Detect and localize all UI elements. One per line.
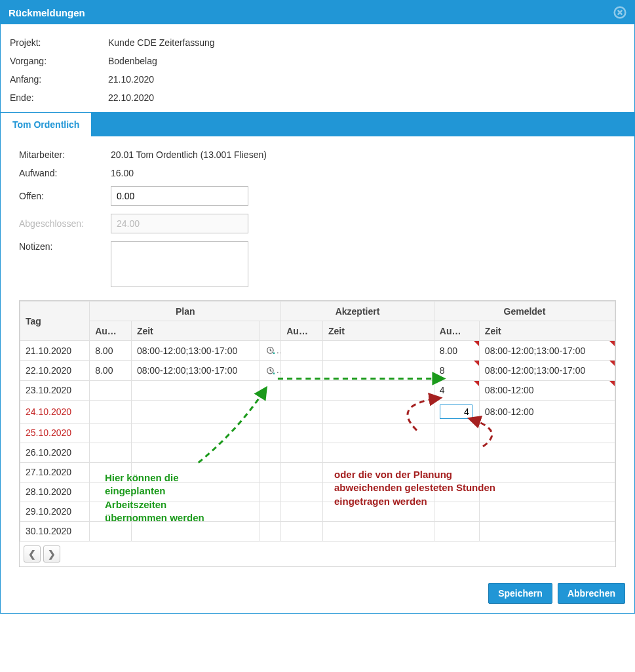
col-gemeldet: Gemeldet (434, 302, 615, 321)
cell-plan-auf (90, 521, 132, 541)
cell-akz-auf (281, 361, 323, 380)
cell-plan-action (260, 423, 281, 443)
cell-gem-auf[interactable] (434, 482, 479, 502)
cell-plan-action (260, 400, 281, 423)
cell-plan-auf (90, 380, 132, 400)
dialog-title: Rückmeldungen (9, 7, 85, 18)
cell-akz-zeit (322, 482, 434, 502)
cell-plan-zeit: 08:00-12:00;13:00-17:00 (131, 341, 260, 361)
cell-akz-zeit (322, 502, 434, 521)
cell-plan-action[interactable] (260, 361, 281, 380)
cell-plan-auf (90, 462, 132, 482)
cell-akz-auf (281, 423, 323, 443)
table-row[interactable]: 24.10.202008:00-12:00 (20, 400, 615, 423)
notizen-input[interactable] (111, 241, 248, 287)
pager-prev[interactable]: ❮ (24, 545, 41, 563)
cell-plan-auf (90, 400, 132, 423)
dialog-header: Rückmeldungen (1, 1, 634, 24)
cell-gem-auf[interactable]: 8.00 (434, 341, 479, 361)
vorgang-label: Vorgang: (10, 56, 108, 66)
cell-tag: 30.10.2020 (20, 521, 90, 541)
tab-employee[interactable]: Tom Ordentlich (1, 112, 91, 136)
cell-gem-zeit[interactable] (479, 521, 615, 541)
close-icon[interactable] (613, 6, 626, 19)
notizen-label: Notizen: (19, 241, 111, 252)
cell-gem-zeit[interactable] (479, 423, 615, 443)
offen-input[interactable] (111, 186, 248, 206)
cell-gem-zeit[interactable] (479, 462, 615, 482)
cell-plan-auf (90, 502, 132, 521)
vorgang-value: Bodenbelag (108, 56, 157, 66)
copy-plan-icon[interactable] (265, 346, 276, 356)
cell-gem-zeit[interactable]: 08:00-12:00;13:00-17:00 (479, 361, 615, 380)
cell-gem-zeit[interactable]: 08:00-12:00;13:00-17:00 (479, 341, 615, 361)
abgeschlossen-label: Abgeschlossen: (19, 218, 111, 229)
cell-plan-zeit (131, 521, 260, 541)
table-row[interactable]: 26.10.2020 (20, 443, 615, 462)
anfang-value: 21.10.2020 (108, 74, 154, 85)
table-row[interactable]: 25.10.2020 (20, 423, 615, 443)
time-grid: Tag Plan Akzeptiert Gemeldet Au… Zeit Au… (19, 300, 616, 567)
cell-tag: 22.10.2020 (20, 361, 90, 380)
projekt-label: Projekt: (10, 37, 108, 48)
cell-akz-auf (281, 380, 323, 400)
cell-tag: 21.10.2020 (20, 341, 90, 361)
table-row[interactable]: 29.10.2020 (20, 502, 615, 521)
cell-plan-auf (90, 443, 132, 462)
dialog-footer: Speichern Abbrechen (1, 576, 634, 613)
col-plan-auf: Au… (90, 321, 132, 341)
cell-akz-zeit (322, 380, 434, 400)
cell-gem-zeit[interactable]: 08:00-12:00 (479, 400, 615, 423)
cell-gem-zeit[interactable] (479, 443, 615, 462)
offen-label: Offen: (19, 191, 111, 201)
save-button[interactable]: Speichern (488, 583, 552, 604)
cancel-button[interactable]: Abbrechen (558, 583, 625, 604)
cell-gem-zeit[interactable] (479, 502, 615, 521)
cell-akz-auf (281, 443, 323, 462)
dialog-body: Projekt:Kunde CDE Zeiterfassung Vorgang:… (1, 24, 634, 576)
mitarbeiter-value: 20.01 Tom Ordentlich (13.001 Fliesen) (111, 149, 267, 160)
cell-gem-zeit[interactable] (479, 482, 615, 502)
cell-tag: 23.10.2020 (20, 380, 90, 400)
projekt-value: Kunde CDE Zeiterfassung (108, 37, 215, 48)
cell-gem-auf[interactable] (434, 521, 479, 541)
mitarbeiter-label: Mitarbeiter: (19, 149, 111, 160)
table-row[interactable]: 21.10.20208.0008:00-12:00;13:00-17:008.0… (20, 341, 615, 361)
cell-plan-auf (90, 423, 132, 443)
col-plan-action (260, 321, 281, 341)
cell-gem-auf[interactable] (434, 400, 479, 423)
cell-tag: 25.10.2020 (20, 423, 90, 443)
cell-akz-zeit (322, 400, 434, 423)
cell-plan-action[interactable] (260, 341, 281, 361)
cell-tag: 29.10.2020 (20, 502, 90, 521)
cell-gem-zeit[interactable]: 08:00-12:00 (479, 380, 615, 400)
pager: ❮ ❯ (20, 542, 615, 566)
cell-gem-auf[interactable] (434, 423, 479, 443)
cell-gem-auf[interactable]: 8 (434, 361, 479, 380)
col-akz-auf: Au… (281, 321, 323, 341)
cell-akz-zeit (322, 361, 434, 380)
cell-gem-auf[interactable]: 4 (434, 380, 479, 400)
col-akzeptiert: Akzeptiert (281, 302, 434, 321)
col-tag: Tag (20, 302, 90, 341)
table-row[interactable]: 28.10.2020 (20, 482, 615, 502)
cell-akz-auf (281, 502, 323, 521)
pager-next[interactable]: ❯ (43, 545, 60, 563)
time-table: Tag Plan Akzeptiert Gemeldet Au… Zeit Au… (20, 301, 615, 542)
copy-plan-icon[interactable] (265, 366, 276, 376)
cell-tag: 27.10.2020 (20, 462, 90, 482)
cell-plan-action (260, 502, 281, 521)
cell-gem-auf[interactable] (434, 443, 479, 462)
table-row[interactable]: 22.10.20208.0008:00-12:00;13:00-17:00808… (20, 361, 615, 380)
cell-plan-zeit (131, 502, 260, 521)
cell-plan-auf: 8.00 (90, 361, 132, 380)
aufwand-label: Aufwand: (19, 168, 111, 178)
gemeldet-aufwand-editor[interactable] (440, 405, 472, 419)
table-row[interactable]: 23.10.2020408:00-12:00 (20, 380, 615, 400)
cell-tag: 26.10.2020 (20, 443, 90, 462)
cell-plan-action (260, 482, 281, 502)
table-row[interactable]: 27.10.2020 (20, 462, 615, 482)
cell-gem-auf[interactable] (434, 462, 479, 482)
table-row[interactable]: 30.10.2020 (20, 521, 615, 541)
cell-gem-auf[interactable] (434, 502, 479, 521)
